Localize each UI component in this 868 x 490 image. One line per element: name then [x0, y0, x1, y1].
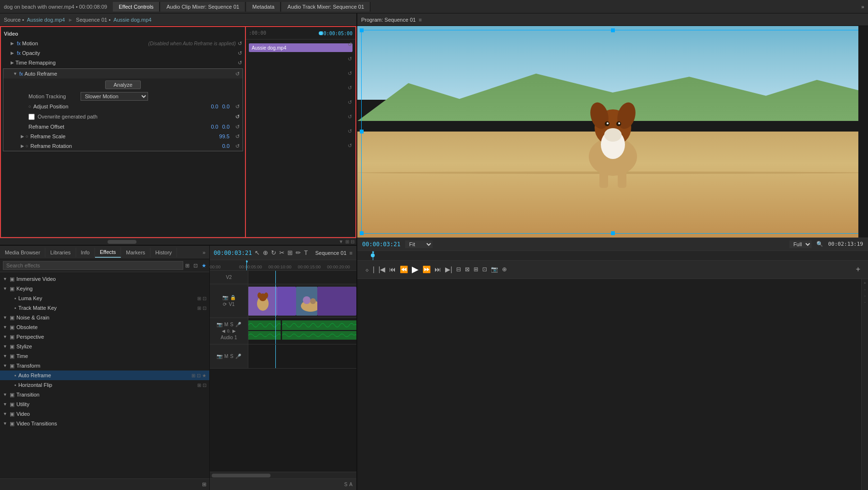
prog-playhead-circle[interactable] [371, 253, 375, 257]
adjust-pos-x[interactable]: 0.0 [211, 104, 218, 109]
transport-lift[interactable]: ⊟ [456, 266, 461, 273]
tree-item-time[interactable]: ▼ ▣ Time [0, 351, 209, 361]
tabs-expand-icon[interactable]: » [861, 4, 864, 10]
ec-clip-bar[interactable]: Aussie dog.mp4 [249, 43, 353, 52]
a1-mic-icon[interactable]: 🎤 [235, 322, 241, 327]
tree-item-immersive-video[interactable]: ▼ ▣ Immersive Video [0, 274, 209, 284]
clip-purple-fill-2[interactable] [317, 287, 356, 316]
prog-vert-scroll[interactable]: + - - - [861, 279, 868, 490]
ec-reset-6[interactable]: ↺ [348, 114, 353, 119]
ec-reset-7[interactable]: ↺ [348, 128, 353, 134]
tl-select-tool[interactable]: ↖ [255, 249, 260, 256]
motion-property[interactable]: ▶ fx Motion (Disabled when Auto Reframe … [1, 39, 245, 48]
tree-item-transform[interactable]: ▼ ▣ Transform [0, 361, 209, 371]
ec-reset-1[interactable]: ↺ [348, 41, 353, 47]
search-icon-2[interactable]: ⊡ [193, 263, 198, 269]
auto-reframe-icon2[interactable]: ⊡ [197, 373, 201, 378]
motion-tracking-select[interactable]: Slower Motion No Motion Default Faster M… [81, 92, 148, 101]
a1-solo-icon[interactable]: S [230, 322, 233, 327]
prog-timecode[interactable]: 00:00:03:21 [362, 241, 400, 248]
reframe-offset-row[interactable]: Reframe Offset 0.0 0.0 ↺ [3, 122, 243, 132]
ec-filter-icon[interactable]: ▼ [339, 239, 343, 244]
tab-audio-clip-mixer[interactable]: Audio Clip Mixer: Sequence 01 [161, 2, 245, 12]
a2-mic-icon[interactable]: 🎤 [235, 354, 241, 359]
tl-cut-tool[interactable]: ✂ [279, 249, 285, 256]
fit-select[interactable]: Fit25%50%75%100% [405, 240, 433, 248]
auto-reframe-icon1[interactable]: ⊞ [191, 373, 195, 378]
tab-info[interactable]: Info [76, 248, 95, 257]
tl-rotate-tool[interactable]: ↻ [271, 249, 276, 256]
a1-vol-right[interactable]: ▶ [232, 329, 236, 333]
a1-mute-icon[interactable]: M [224, 322, 228, 327]
transport-go-out[interactable]: ▶| [445, 265, 452, 273]
effects-tabs-more[interactable]: » [199, 248, 209, 257]
handle-ml[interactable] [360, 130, 364, 133]
handle-tl[interactable] [360, 28, 364, 32]
tab-metadata[interactable]: Metadata [246, 2, 281, 12]
time-remap-reset[interactable]: ↺ [238, 60, 242, 66]
search-icon-1[interactable]: ⊞ [185, 263, 190, 269]
tree-item-auto-reframe[interactable]: ▶ ▪ Auto Reframe ⊞ ⊡ ★ [0, 371, 209, 380]
v1-lock-icon[interactable]: 🔒 [230, 295, 236, 300]
reframe-rotation-row[interactable]: ▶ ○ Reframe Rotation 0.0 ↺ [3, 141, 243, 151]
transport-insert[interactable]: ⊞ [474, 266, 478, 273]
a2-camera-icon[interactable]: 📷 [217, 354, 222, 359]
reframe-scale-value[interactable]: 99.5 [219, 133, 230, 139]
search-icon-3[interactable]: ★ [202, 263, 206, 269]
transport-mark-out[interactable]: | [373, 265, 375, 273]
h-flip-icon2[interactable]: ⊡ [203, 383, 206, 388]
a1-camera-icon[interactable]: 📷 [217, 322, 222, 327]
transport-step-fwd[interactable]: ⏭ [434, 265, 441, 273]
tab-history[interactable]: History [150, 248, 177, 257]
ec-scrollbar[interactable]: ▼ ⊞ ⊟ [0, 238, 356, 245]
tree-item-track-matte-key[interactable]: ▶ ▪ Track Matte Key ⊞ ⊡ [0, 303, 209, 313]
adjust-pos-y[interactable]: 0.0 [222, 104, 230, 109]
tl-pen-tool[interactable]: ✏ [296, 249, 301, 256]
a1-vol-left[interactable]: ◀ [222, 329, 225, 333]
reframe-offset-reset[interactable]: ↺ [235, 124, 240, 130]
tl-text-tool[interactable]: T [304, 249, 308, 256]
v1-sync-lock[interactable]: ⟳ [223, 302, 227, 307]
tl-ripple-tool[interactable]: ⊕ [263, 249, 268, 256]
tab-media-browser[interactable]: Media Browser [0, 248, 45, 257]
opacity-property[interactable]: ▶ fx Opacity ↺ [1, 48, 245, 58]
prog-timeline-bar[interactable]: ▼ [357, 251, 868, 261]
h-flip-icon1[interactable]: ⊞ [197, 383, 201, 388]
transport-forward[interactable]: ⏩ [422, 265, 431, 273]
track-matte-acc-icon[interactable]: ⊞ [197, 305, 201, 311]
reframe-rotation-value[interactable]: 0.0 [222, 143, 230, 149]
ec-reset-3[interactable]: ↺ [348, 70, 353, 76]
reframe-scale-reset[interactable]: ↺ [235, 133, 240, 140]
handle-bm[interactable] [611, 231, 615, 235]
tree-item-video[interactable]: ▼ ▣ Video [0, 409, 209, 419]
handle-bl[interactable] [360, 231, 364, 235]
motion-reset[interactable]: ↺ [238, 40, 242, 47]
ec-reset-4[interactable]: ↺ [348, 85, 353, 91]
a2-mute-icon[interactable]: M [224, 354, 228, 359]
auto-reframe-reset[interactable]: ↺ [235, 71, 240, 77]
transport-play[interactable]: ▶ [412, 264, 419, 275]
transport-go-in[interactable]: |◀ [379, 265, 386, 273]
timeline-scrollbar[interactable] [210, 472, 356, 478]
luma-key-acc-icon[interactable]: ⊞ [197, 296, 201, 301]
overwrite-reset[interactable]: ↺ [235, 114, 240, 120]
track-matte-fav-icon[interactable]: ⊡ [203, 305, 206, 311]
timeline-scroll-thumb[interactable] [212, 474, 271, 477]
v2-track-content[interactable] [248, 271, 356, 284]
source-file-link[interactable]: Aussie dog.mp4 [27, 17, 65, 23]
transport-extract[interactable]: ⊠ [465, 266, 470, 273]
ec-scroll-thumb[interactable] [108, 240, 136, 244]
quality-select[interactable]: Full1/21/41/8 [789, 240, 812, 248]
transport-overwrite[interactable]: ⊡ [482, 266, 487, 273]
luma-key-fav-icon[interactable]: ⊡ [203, 296, 206, 301]
transport-export[interactable]: ⊕ [502, 266, 507, 273]
reframe-rot-reset[interactable]: ↺ [235, 143, 240, 149]
opacity-reset[interactable]: ↺ [238, 50, 242, 56]
tree-item-horizontal-flip[interactable]: ▶ ▪ Horizontal Flip ⊞ ⊡ [0, 380, 209, 390]
tree-item-luma-key[interactable]: ▶ ▪ Luma Key ⊞ ⊡ [0, 293, 209, 303]
auto-reframe-header[interactable]: ▼ fx Auto Reframe ↺ [3, 69, 243, 79]
tree-item-transition[interactable]: ▼ ▣ Transition [0, 390, 209, 399]
tree-item-utility[interactable]: ▼ ▣ Utility [0, 399, 209, 409]
tab-markers[interactable]: Markers [121, 248, 150, 257]
adjust-position-row[interactable]: ○ Adjust Position 0.0 0.0 ↺ [3, 102, 243, 111]
